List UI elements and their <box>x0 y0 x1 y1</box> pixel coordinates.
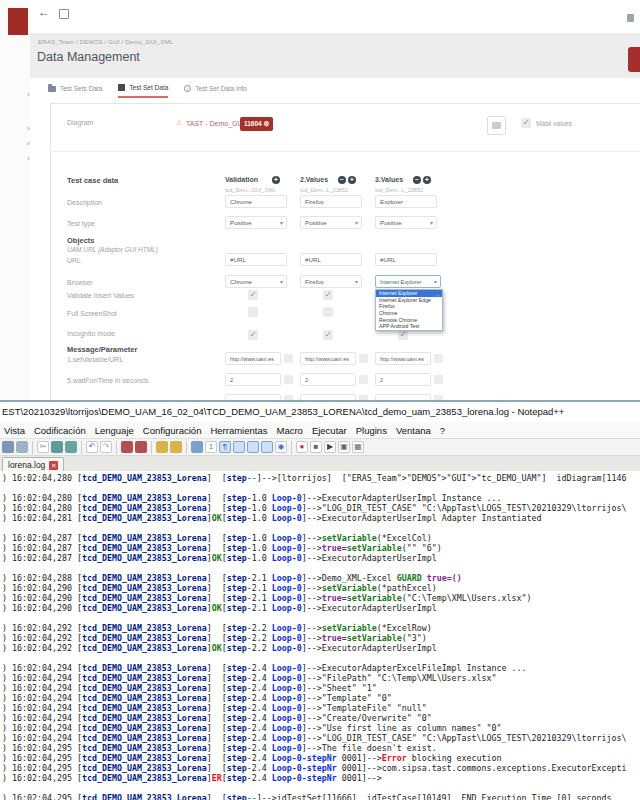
menu-item-configuracin[interactable]: Configuración <box>143 425 202 436</box>
description-input-1[interactable]: Chrome <box>225 195 287 208</box>
param-checkbox[interactable] <box>359 375 368 384</box>
cut-icon[interactable]: ✂ <box>37 441 49 453</box>
browser-select-3[interactable]: Internet Explorer <box>375 275 441 288</box>
replace-icon[interactable] <box>135 441 147 453</box>
remove-column-icon[interactable]: − <box>413 176 421 184</box>
toolbar-separator <box>116 441 117 454</box>
description-label: Description <box>67 199 102 206</box>
add-column-icon[interactable]: + <box>348 176 356 184</box>
log-area[interactable]: ) 16:02:04,280 [tcd_DEMO_UAM_23853_Loren… <box>0 471 640 800</box>
document-tab[interactable]: lorena.log ✕ <box>2 457 64 472</box>
test-type-select-2[interactable]: Positive <box>300 216 362 229</box>
remove-column-icon[interactable]: − <box>338 176 346 184</box>
dropdown-option[interactable]: Remote Chrome <box>376 317 442 324</box>
find-icon[interactable] <box>121 441 133 453</box>
record-macro-icon[interactable]: ● <box>296 441 308 453</box>
dropdown-option[interactable]: APP Android Test <box>376 323 442 330</box>
dropdown-option[interactable]: Internet Explorer <box>376 290 442 297</box>
description-input-3[interactable]: Explorer <box>375 195 437 208</box>
save-all-icon[interactable] <box>16 441 28 453</box>
incognito-checkbox-1[interactable] <box>248 330 258 340</box>
dropdown-option[interactable]: Chrome <box>376 310 442 317</box>
image-button[interactable] <box>487 116 506 135</box>
dropdown-option[interactable]: Internet Explorer Edge <box>376 297 442 304</box>
function-list-icon[interactable] <box>261 441 273 453</box>
header-mini-icon[interactable] <box>627 14 634 22</box>
menu-item-plugins[interactable]: Plugins <box>356 425 387 436</box>
grid-icon <box>118 84 125 91</box>
param-checkbox[interactable] <box>284 354 293 363</box>
test-type-select-3[interactable]: Positive <box>375 216 437 229</box>
indent-guide-icon[interactable] <box>247 441 259 453</box>
browser-select-1[interactable]: Chrome <box>225 275 287 288</box>
sync-scroll-icon[interactable] <box>191 441 203 453</box>
url-input-3[interactable]: #URL <box>375 253 437 266</box>
add-column-icon[interactable]: + <box>423 176 431 184</box>
param-checkbox[interactable] <box>284 375 293 384</box>
param-checkbox[interactable] <box>434 354 443 363</box>
diagram-badge[interactable]: 11604 ⚙ <box>240 117 273 131</box>
menu-item-ventana[interactable]: Ventana <box>396 425 431 436</box>
undo-icon[interactable]: ↶ <box>86 441 98 453</box>
toolbar-separator <box>81 441 82 454</box>
save-macro-icon[interactable]: ▣ <box>338 441 350 453</box>
menu-item-?[interactable]: ? <box>440 425 445 436</box>
param-checkbox[interactable] <box>359 354 368 363</box>
fullshot-checkbox-2[interactable] <box>323 307 333 317</box>
eye-icon[interactable]: ◉ <box>275 441 287 453</box>
menu-item-codificacin[interactable]: Codificación <box>34 425 86 436</box>
wait-for-input-1[interactable]: 2 <box>225 373 281 386</box>
column-sub-2values: tcd_Dem...L_23851 <box>300 187 348 193</box>
wait-for-input-2[interactable]: 2 <box>300 373 356 386</box>
wait-for-input-3[interactable]: 2 <box>375 373 431 386</box>
close-icon[interactable]: ✕ <box>49 461 58 470</box>
tab-test-set-data-info[interactable]: i Test Set Data Info <box>184 84 247 98</box>
tab-test-sets-data[interactable]: Test Sets Data <box>48 84 102 98</box>
description-input-2[interactable]: Firefox <box>300 195 362 208</box>
url-input-1[interactable]: #URL <box>225 253 287 266</box>
full-screenshot-label: Full ScreenShot <box>67 310 117 317</box>
log-line: ) 16:02:04,292 [tcd_DEMO_UAM_23853_Loren… <box>2 643 640 653</box>
mask-values-checkbox[interactable] <box>521 118 531 128</box>
menu-item-vista[interactable]: Vista <box>4 425 25 436</box>
save-icon[interactable] <box>2 441 14 453</box>
zoom-icon[interactable]: 1 <box>205 441 217 453</box>
doc-monitor-icon[interactable] <box>170 441 182 453</box>
log-line <box>2 523 640 533</box>
fullshot-checkbox-1[interactable] <box>248 307 258 317</box>
add-column-icon[interactable]: + <box>272 176 280 184</box>
back-arrow-icon[interactable]: ← <box>38 5 50 19</box>
set-variable-input-2[interactable]: http://www.uam.es <box>300 352 356 365</box>
menu-item-lenguaje[interactable]: Lenguaje <box>95 425 134 436</box>
validate-checkbox-2[interactable] <box>323 290 333 300</box>
tab-test-set-data[interactable]: Test Set Data <box>118 84 168 98</box>
param-checkbox[interactable] <box>434 375 443 384</box>
browser-dropdown[interactable]: Internet ExplorerInternet Explorer EdgeF… <box>375 289 443 331</box>
menu-bar: VistaCodificaciónLenguajeConfiguraciónHe… <box>0 422 640 438</box>
menu-item-ejecutar[interactable]: Ejecutar <box>312 425 347 436</box>
set-variable-input-3[interactable]: http://www.uam.es <box>375 352 431 365</box>
play-macro-icon[interactable]: ▶ <box>324 441 336 453</box>
incognito-checkbox-3[interactable] <box>398 330 408 340</box>
dropdown-option[interactable]: Firefox <box>376 303 442 310</box>
log-line: ) 16:02:04,281 [tcd_DEMO_UAM_23853_Loren… <box>2 513 640 523</box>
incognito-checkbox-2[interactable] <box>323 330 333 340</box>
paste-icon[interactable] <box>65 441 77 453</box>
doc-switch-icon[interactable] <box>156 441 168 453</box>
primary-action-button[interactable] <box>628 47 640 72</box>
menu-item-macro[interactable]: Macro <box>276 425 302 436</box>
stop-macro-icon[interactable]: ■ <box>310 441 322 453</box>
url-input-2[interactable]: #URL <box>300 253 362 266</box>
validate-checkbox-1[interactable] <box>248 290 258 300</box>
app-logo[interactable] <box>8 8 28 35</box>
menu-item-herramientas[interactable]: Herramientas <box>210 425 267 436</box>
set-variable-input-1[interactable]: http://www.uam.es <box>225 352 281 365</box>
fullscreen-icon[interactable] <box>59 9 69 19</box>
copy-icon[interactable] <box>51 441 63 453</box>
redo-icon[interactable]: ↷ <box>100 441 112 453</box>
word-wrap-icon[interactable]: ¶ <box>219 441 231 453</box>
browser-select-2[interactable]: Firefox <box>300 275 362 288</box>
test-type-select-1[interactable]: Positive <box>225 216 287 229</box>
show-symbols-icon[interactable] <box>233 441 245 453</box>
run-multi-macro-icon[interactable]: ▦ <box>352 441 364 453</box>
